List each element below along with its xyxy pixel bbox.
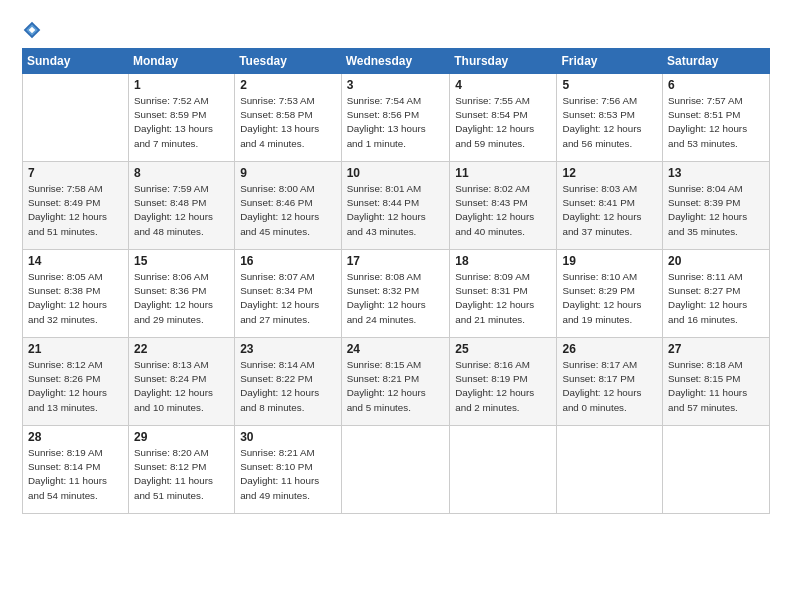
day-number: 22 [134, 342, 229, 356]
weekday-header-monday: Monday [128, 49, 234, 74]
day-cell: 23Sunrise: 8:14 AMSunset: 8:22 PMDayligh… [235, 338, 341, 426]
day-number: 18 [455, 254, 551, 268]
day-number: 16 [240, 254, 335, 268]
day-detail: Sunrise: 8:08 AMSunset: 8:32 PMDaylight:… [347, 270, 445, 327]
day-detail: Sunrise: 8:13 AMSunset: 8:24 PMDaylight:… [134, 358, 229, 415]
weekday-header-wednesday: Wednesday [341, 49, 450, 74]
weekday-header-tuesday: Tuesday [235, 49, 341, 74]
day-cell: 10Sunrise: 8:01 AMSunset: 8:44 PMDayligh… [341, 162, 450, 250]
day-number: 8 [134, 166, 229, 180]
day-number: 13 [668, 166, 764, 180]
day-number: 2 [240, 78, 335, 92]
day-cell: 20Sunrise: 8:11 AMSunset: 8:27 PMDayligh… [663, 250, 770, 338]
day-detail: Sunrise: 8:21 AMSunset: 8:10 PMDaylight:… [240, 446, 335, 503]
week-row-1: 1Sunrise: 7:52 AMSunset: 8:59 PMDaylight… [23, 74, 770, 162]
day-cell: 29Sunrise: 8:20 AMSunset: 8:12 PMDayligh… [128, 426, 234, 514]
day-number: 27 [668, 342, 764, 356]
day-number: 14 [28, 254, 123, 268]
week-row-2: 7Sunrise: 7:58 AMSunset: 8:49 PMDaylight… [23, 162, 770, 250]
day-detail: Sunrise: 8:04 AMSunset: 8:39 PMDaylight:… [668, 182, 764, 239]
day-detail: Sunrise: 8:12 AMSunset: 8:26 PMDaylight:… [28, 358, 123, 415]
day-number: 26 [562, 342, 657, 356]
day-detail: Sunrise: 8:18 AMSunset: 8:15 PMDaylight:… [668, 358, 764, 415]
day-cell: 4Sunrise: 7:55 AMSunset: 8:54 PMDaylight… [450, 74, 557, 162]
day-detail: Sunrise: 7:53 AMSunset: 8:58 PMDaylight:… [240, 94, 335, 151]
week-row-5: 28Sunrise: 8:19 AMSunset: 8:14 PMDayligh… [23, 426, 770, 514]
day-detail: Sunrise: 8:17 AMSunset: 8:17 PMDaylight:… [562, 358, 657, 415]
day-number: 7 [28, 166, 123, 180]
day-number: 23 [240, 342, 335, 356]
weekday-header-saturday: Saturday [663, 49, 770, 74]
day-cell: 11Sunrise: 8:02 AMSunset: 8:43 PMDayligh… [450, 162, 557, 250]
day-number: 9 [240, 166, 335, 180]
day-number: 6 [668, 78, 764, 92]
day-detail: Sunrise: 8:16 AMSunset: 8:19 PMDaylight:… [455, 358, 551, 415]
day-detail: Sunrise: 7:54 AMSunset: 8:56 PMDaylight:… [347, 94, 445, 151]
day-cell: 18Sunrise: 8:09 AMSunset: 8:31 PMDayligh… [450, 250, 557, 338]
week-row-3: 14Sunrise: 8:05 AMSunset: 8:38 PMDayligh… [23, 250, 770, 338]
day-cell: 8Sunrise: 7:59 AMSunset: 8:48 PMDaylight… [128, 162, 234, 250]
day-cell: 1Sunrise: 7:52 AMSunset: 8:59 PMDaylight… [128, 74, 234, 162]
day-cell: 13Sunrise: 8:04 AMSunset: 8:39 PMDayligh… [663, 162, 770, 250]
day-detail: Sunrise: 7:58 AMSunset: 8:49 PMDaylight:… [28, 182, 123, 239]
day-number: 19 [562, 254, 657, 268]
day-number: 30 [240, 430, 335, 444]
day-number: 4 [455, 78, 551, 92]
day-cell: 12Sunrise: 8:03 AMSunset: 8:41 PMDayligh… [557, 162, 663, 250]
day-cell: 17Sunrise: 8:08 AMSunset: 8:32 PMDayligh… [341, 250, 450, 338]
calendar-table: SundayMondayTuesdayWednesdayThursdayFrid… [22, 48, 770, 514]
day-number: 1 [134, 78, 229, 92]
day-detail: Sunrise: 8:02 AMSunset: 8:43 PMDaylight:… [455, 182, 551, 239]
day-number: 21 [28, 342, 123, 356]
header [22, 18, 770, 40]
day-number: 17 [347, 254, 445, 268]
day-cell [450, 426, 557, 514]
day-cell: 6Sunrise: 7:57 AMSunset: 8:51 PMDaylight… [663, 74, 770, 162]
day-cell: 7Sunrise: 7:58 AMSunset: 8:49 PMDaylight… [23, 162, 129, 250]
day-cell [23, 74, 129, 162]
day-cell [341, 426, 450, 514]
day-number: 29 [134, 430, 229, 444]
day-detail: Sunrise: 8:20 AMSunset: 8:12 PMDaylight:… [134, 446, 229, 503]
day-number: 3 [347, 78, 445, 92]
weekday-header-sunday: Sunday [23, 49, 129, 74]
day-cell: 24Sunrise: 8:15 AMSunset: 8:21 PMDayligh… [341, 338, 450, 426]
day-detail: Sunrise: 8:09 AMSunset: 8:31 PMDaylight:… [455, 270, 551, 327]
day-cell: 15Sunrise: 8:06 AMSunset: 8:36 PMDayligh… [128, 250, 234, 338]
day-cell: 25Sunrise: 8:16 AMSunset: 8:19 PMDayligh… [450, 338, 557, 426]
day-detail: Sunrise: 8:01 AMSunset: 8:44 PMDaylight:… [347, 182, 445, 239]
day-number: 5 [562, 78, 657, 92]
day-detail: Sunrise: 7:52 AMSunset: 8:59 PMDaylight:… [134, 94, 229, 151]
day-cell: 27Sunrise: 8:18 AMSunset: 8:15 PMDayligh… [663, 338, 770, 426]
day-cell: 19Sunrise: 8:10 AMSunset: 8:29 PMDayligh… [557, 250, 663, 338]
day-cell [557, 426, 663, 514]
day-cell: 3Sunrise: 7:54 AMSunset: 8:56 PMDaylight… [341, 74, 450, 162]
day-cell: 22Sunrise: 8:13 AMSunset: 8:24 PMDayligh… [128, 338, 234, 426]
logo-icon [22, 20, 42, 40]
day-number: 28 [28, 430, 123, 444]
day-number: 20 [668, 254, 764, 268]
day-number: 25 [455, 342, 551, 356]
day-detail: Sunrise: 8:10 AMSunset: 8:29 PMDaylight:… [562, 270, 657, 327]
day-cell: 30Sunrise: 8:21 AMSunset: 8:10 PMDayligh… [235, 426, 341, 514]
day-cell [663, 426, 770, 514]
day-detail: Sunrise: 8:03 AMSunset: 8:41 PMDaylight:… [562, 182, 657, 239]
weekday-header-thursday: Thursday [450, 49, 557, 74]
day-cell: 16Sunrise: 8:07 AMSunset: 8:34 PMDayligh… [235, 250, 341, 338]
day-detail: Sunrise: 7:57 AMSunset: 8:51 PMDaylight:… [668, 94, 764, 151]
day-detail: Sunrise: 8:14 AMSunset: 8:22 PMDaylight:… [240, 358, 335, 415]
day-number: 24 [347, 342, 445, 356]
day-cell: 9Sunrise: 8:00 AMSunset: 8:46 PMDaylight… [235, 162, 341, 250]
day-cell: 14Sunrise: 8:05 AMSunset: 8:38 PMDayligh… [23, 250, 129, 338]
day-detail: Sunrise: 8:05 AMSunset: 8:38 PMDaylight:… [28, 270, 123, 327]
day-cell: 28Sunrise: 8:19 AMSunset: 8:14 PMDayligh… [23, 426, 129, 514]
day-detail: Sunrise: 7:59 AMSunset: 8:48 PMDaylight:… [134, 182, 229, 239]
day-number: 15 [134, 254, 229, 268]
day-detail: Sunrise: 8:15 AMSunset: 8:21 PMDaylight:… [347, 358, 445, 415]
day-cell: 2Sunrise: 7:53 AMSunset: 8:58 PMDaylight… [235, 74, 341, 162]
weekday-header-friday: Friday [557, 49, 663, 74]
day-detail: Sunrise: 8:11 AMSunset: 8:27 PMDaylight:… [668, 270, 764, 327]
page: SundayMondayTuesdayWednesdayThursdayFrid… [0, 0, 792, 612]
day-cell: 21Sunrise: 8:12 AMSunset: 8:26 PMDayligh… [23, 338, 129, 426]
day-detail: Sunrise: 8:00 AMSunset: 8:46 PMDaylight:… [240, 182, 335, 239]
